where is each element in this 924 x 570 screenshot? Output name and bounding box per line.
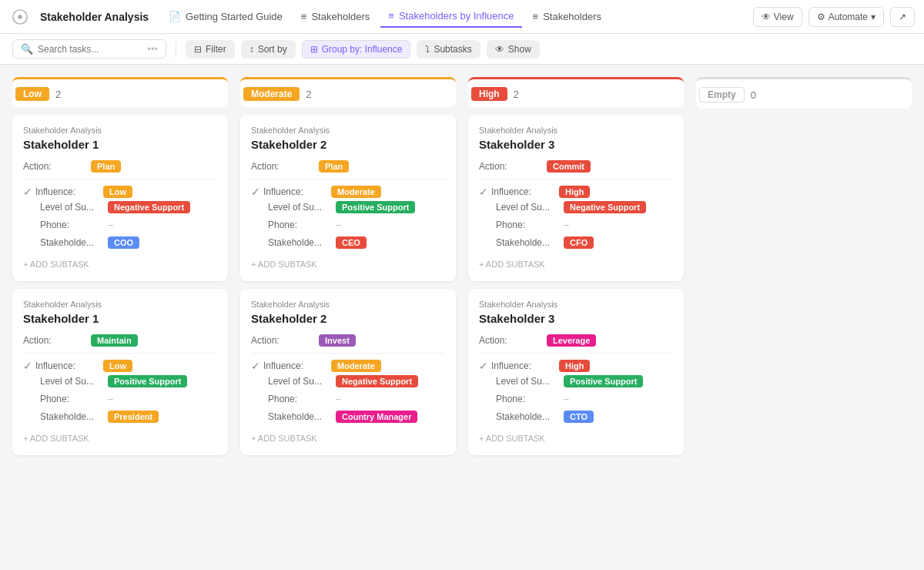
show-button[interactable]: 👁 Show bbox=[487, 40, 540, 59]
list-icon: ≡ bbox=[301, 11, 307, 22]
search-input[interactable] bbox=[38, 44, 142, 55]
action-tag: Plan bbox=[319, 160, 349, 173]
share-button[interactable]: ↗ bbox=[890, 7, 915, 27]
action-tag: Plan bbox=[91, 160, 121, 173]
column-header-empty: Empty0 bbox=[696, 77, 912, 109]
card-divider bbox=[479, 179, 673, 179]
influence-label: Influence: bbox=[491, 186, 553, 197]
tab-stakeholders-by-influence[interactable]: ≡ Stakeholders by Influence bbox=[380, 5, 521, 28]
view-button[interactable]: 👁 View bbox=[753, 7, 802, 27]
card-low-1[interactable]: Stakeholder Analysis Stakeholder 1 Actio… bbox=[12, 289, 228, 455]
group-icon: ⊞ bbox=[310, 44, 318, 55]
support-label: Level of Su... bbox=[496, 376, 557, 387]
support-tag: Negative Support bbox=[564, 201, 646, 213]
more-icon[interactable]: ••• bbox=[147, 43, 158, 55]
app-icon bbox=[9, 6, 31, 28]
column-header-low: Low2 bbox=[12, 77, 228, 107]
stakeholder-field: Stakeholde... CFO bbox=[479, 236, 673, 249]
support-tag: Positive Support bbox=[108, 375, 187, 387]
tab-stakeholders2[interactable]: ≡ Stakeholders bbox=[525, 6, 609, 27]
support-tag: Positive Support bbox=[336, 201, 415, 213]
card-title: Stakeholder 2 bbox=[251, 138, 445, 151]
add-subtask-button[interactable]: + ADD SUBTASK bbox=[251, 255, 445, 270]
sort-button[interactable]: ↕ Sort by bbox=[241, 40, 296, 59]
card-divider bbox=[23, 179, 217, 179]
influence-tag: Low bbox=[103, 360, 132, 372]
action-tag: Commit bbox=[547, 160, 591, 173]
influence-field: Influence: Low bbox=[35, 360, 132, 372]
card-divider bbox=[251, 179, 445, 179]
card-high-0[interactable]: Stakeholder Analysis Stakeholder 3 Actio… bbox=[468, 115, 684, 281]
column-count-moderate: 2 bbox=[306, 89, 311, 100]
subtasks-button[interactable]: ⤵ Subtasks bbox=[417, 40, 480, 59]
influence-field: Influence: Moderate bbox=[263, 360, 381, 372]
card-divider bbox=[23, 353, 217, 354]
check-icon: ✓ bbox=[479, 186, 488, 198]
check-icon: ✓ bbox=[251, 186, 260, 198]
automate-icon: ⚙ bbox=[817, 12, 825, 22]
automate-button[interactable]: ⚙ Automate ▾ bbox=[808, 7, 884, 27]
influence-tag: High bbox=[559, 360, 590, 372]
card-action-field: Action: Plan bbox=[23, 160, 217, 173]
support-field: Level of Su... Negative Support bbox=[479, 201, 673, 213]
phone-field: Phone: – bbox=[23, 220, 217, 230]
add-subtask-button[interactable]: + ADD SUBTASK bbox=[23, 255, 217, 270]
influence-field: Influence: High bbox=[491, 360, 590, 372]
action-label: Action: bbox=[479, 335, 541, 346]
phone-label: Phone: bbox=[268, 394, 330, 404]
add-subtask-button[interactable]: + ADD SUBTASK bbox=[251, 429, 445, 444]
tab-getting-started[interactable]: 📄 Getting Started Guide bbox=[161, 6, 290, 27]
action-label: Action: bbox=[23, 335, 85, 346]
svg-point-1 bbox=[18, 15, 22, 19]
card-high-1[interactable]: Stakeholder Analysis Stakeholder 3 Actio… bbox=[468, 289, 684, 455]
support-field: Level of Su... Negative Support bbox=[23, 201, 217, 213]
add-subtask-button[interactable]: + ADD SUBTASK bbox=[479, 255, 673, 270]
influence-label: Influence: bbox=[263, 186, 325, 197]
support-field: Level of Su... Positive Support bbox=[251, 201, 445, 213]
card-title: Stakeholder 3 bbox=[479, 138, 673, 151]
add-subtask-button[interactable]: + ADD SUBTASK bbox=[479, 429, 673, 444]
support-field: Level of Su... Positive Support bbox=[23, 375, 217, 387]
search-box[interactable]: 🔍 ••• bbox=[12, 39, 166, 59]
show-icon: 👁 bbox=[495, 44, 504, 55]
stakeholder-field: Stakeholde... President bbox=[23, 411, 217, 423]
card-moderate-0[interactable]: Stakeholder Analysis Stakeholder 2 Actio… bbox=[240, 115, 456, 281]
phone-value: – bbox=[108, 220, 113, 230]
influence-label: Influence: bbox=[491, 360, 553, 371]
stakeholder-field: Stakeholde... CEO bbox=[251, 236, 445, 249]
eye-icon: 👁 bbox=[762, 12, 771, 22]
phone-value: – bbox=[564, 394, 569, 404]
column-header-inner-empty: Empty0 bbox=[696, 81, 912, 109]
list-icon-3: ≡ bbox=[533, 11, 539, 22]
column-count-empty: 0 bbox=[751, 89, 756, 101]
tab-stakeholders[interactable]: ≡ Stakeholders bbox=[293, 6, 377, 27]
card-title: Stakeholder 2 bbox=[251, 312, 445, 325]
column-low: Low2 Stakeholder Analysis Stakeholder 1 … bbox=[12, 77, 228, 558]
influence-tag: High bbox=[559, 186, 590, 198]
phone-value: – bbox=[336, 394, 341, 404]
stakeholder-label: Stakeholde... bbox=[268, 237, 330, 248]
column-header-inner-moderate: Moderate2 bbox=[240, 81, 456, 107]
app-title: Stakeholder Analysis bbox=[40, 11, 149, 23]
action-label: Action: bbox=[251, 161, 313, 172]
influence-tag: Low bbox=[103, 186, 132, 198]
column-badge-empty: Empty bbox=[699, 87, 745, 102]
phone-value: – bbox=[564, 220, 569, 230]
stakeholder-label: Stakeholde... bbox=[268, 411, 330, 422]
action-label: Action: bbox=[251, 335, 313, 346]
card-low-0[interactable]: Stakeholder Analysis Stakeholder 1 Actio… bbox=[12, 115, 228, 281]
influence-tag: Moderate bbox=[331, 186, 381, 198]
subtask-icon: ⤵ bbox=[425, 44, 430, 55]
stakeholder-tag: CEO bbox=[336, 236, 367, 249]
column-header-inner-low: Low2 bbox=[12, 81, 228, 107]
toolbar-separator bbox=[176, 42, 176, 57]
influence-field: Influence: High bbox=[491, 186, 590, 198]
card-moderate-1[interactable]: Stakeholder Analysis Stakeholder 2 Actio… bbox=[240, 289, 456, 455]
action-tag: Invest bbox=[319, 334, 356, 347]
column-header-high: High2 bbox=[468, 77, 684, 107]
add-subtask-button[interactable]: + ADD SUBTASK bbox=[23, 429, 217, 444]
card-project: Stakeholder Analysis bbox=[23, 126, 217, 135]
group-button[interactable]: ⊞ Group by: Influence bbox=[302, 40, 411, 59]
filter-button[interactable]: ⊟ Filter bbox=[186, 40, 235, 59]
phone-label: Phone: bbox=[496, 394, 557, 404]
